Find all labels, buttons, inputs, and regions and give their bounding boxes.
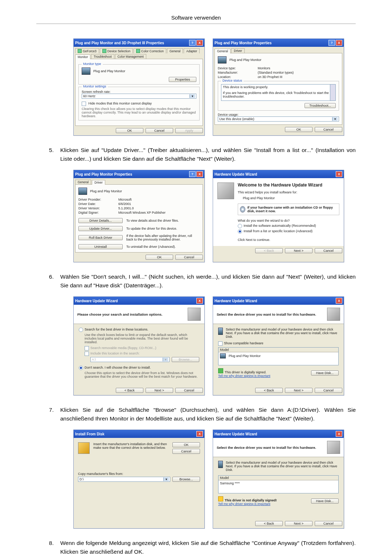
device-heading: Plug and Play Monitor bbox=[90, 189, 122, 193]
tab-general[interactable]: General bbox=[215, 49, 230, 53]
ok-button[interactable]: OK bbox=[285, 127, 313, 132]
title-text: Hardware Update Wizard bbox=[75, 299, 118, 303]
close-button[interactable]: X bbox=[196, 40, 203, 46]
apply-button[interactable]: Apply bbox=[175, 128, 203, 133]
welcome-device: Plug and Play Monitor bbox=[243, 196, 339, 200]
cd-hint: If your hardware came with an installati… bbox=[248, 206, 337, 213]
tab-color-correction[interactable]: Color Correction bbox=[134, 48, 166, 53]
model-item[interactable]: Plug and Play Monitor bbox=[229, 354, 261, 358]
back-button[interactable]: < Back bbox=[116, 388, 143, 393]
back-button[interactable]: < Back bbox=[255, 388, 283, 393]
opt-auto-radio[interactable] bbox=[238, 224, 242, 228]
tab-driver[interactable]: Driver bbox=[231, 48, 245, 53]
cancel-button[interactable]: Cancel bbox=[175, 255, 203, 260]
tab-troubleshoot[interactable]: Troubleshoot bbox=[91, 54, 114, 59]
ok-button[interactable]: OK bbox=[146, 255, 173, 260]
back-button[interactable]: < Back bbox=[255, 248, 283, 253]
ok-button[interactable]: OK bbox=[172, 442, 200, 447]
chevron-down-icon: ▾ bbox=[332, 117, 338, 121]
have-disk-button[interactable]: Have Disk... bbox=[311, 370, 339, 376]
cancel-button[interactable]: Cancel bbox=[175, 388, 203, 393]
next-button[interactable]: Next > bbox=[146, 388, 173, 393]
step-text: Klicken Sie auf die Schaltfläche "Browse… bbox=[60, 406, 356, 423]
close-button[interactable]: X bbox=[196, 431, 203, 437]
tab-general[interactable]: General bbox=[75, 180, 91, 184]
step-number: 7. bbox=[36, 406, 60, 423]
tab-driver[interactable]: Driver bbox=[92, 180, 105, 185]
driver-details-desc: To view details about the driver files. bbox=[126, 219, 179, 222]
scrollbar[interactable] bbox=[330, 85, 335, 100]
back-button[interactable]: < Back bbox=[255, 521, 283, 526]
why-signing-link[interactable]: Tell me why driver signing is important bbox=[218, 502, 311, 506]
help-button[interactable]: ? bbox=[189, 40, 196, 46]
show-compat-checkbox[interactable] bbox=[218, 341, 222, 346]
have-disk-button[interactable]: Have Disk... bbox=[311, 498, 339, 504]
next-button[interactable]: Next > bbox=[285, 521, 313, 526]
monitor-icon bbox=[218, 461, 223, 468]
cancel-button[interactable]: Cancel bbox=[315, 127, 342, 132]
path-value: A:\ bbox=[92, 358, 96, 361]
install-desc: Insert the manufacturer's installation d… bbox=[93, 442, 169, 454]
cancel-button[interactable]: Cancel bbox=[315, 388, 342, 393]
driver-details-button[interactable]: Driver Details... bbox=[78, 218, 123, 223]
uninstall-button[interactable]: Uninstall bbox=[78, 244, 123, 249]
welcome-title: Welcome to the Hardware Update Wizard bbox=[238, 182, 339, 188]
device-usage-select[interactable]: Use this device (enable) ▾ bbox=[218, 116, 339, 122]
model-item[interactable]: Samsung **** bbox=[219, 480, 338, 493]
chk-removable[interactable] bbox=[85, 346, 89, 350]
path-select[interactable]: A:\▾ bbox=[90, 357, 170, 362]
cd-icon bbox=[240, 206, 245, 213]
cancel-button[interactable]: Cancel bbox=[315, 521, 342, 526]
copy-from-value: D:\ bbox=[79, 477, 84, 481]
cancel-button[interactable]: Cancel bbox=[315, 248, 342, 253]
copy-from-select[interactable]: D:\▾ bbox=[78, 477, 170, 482]
close-button[interactable]: X bbox=[196, 298, 203, 304]
close-button[interactable]: X bbox=[196, 171, 203, 177]
cancel-button[interactable]: Cancel bbox=[146, 128, 173, 133]
close-button[interactable]: X bbox=[336, 40, 342, 46]
wizard-select-driver-model: Hardware Update WizardX Select the devic… bbox=[213, 430, 344, 529]
browse-button[interactable]: Browse... bbox=[172, 477, 200, 482]
monitor-properties-general-dialog: Plug and Play Monitor Properties ? X Gen… bbox=[213, 38, 344, 136]
refresh-rate-label: Screen refresh rate: bbox=[82, 90, 196, 94]
close-button[interactable]: X bbox=[336, 298, 342, 304]
tab-device-selection[interactable]: Device Selection bbox=[100, 48, 133, 53]
tab-geforce3[interactable]: GeForce3 bbox=[75, 48, 99, 53]
chk-include[interactable] bbox=[85, 352, 89, 356]
tab-monitor[interactable]: Monitor bbox=[75, 54, 90, 59]
update-driver-button[interactable]: Update Driver... bbox=[78, 226, 123, 231]
wizard-icon bbox=[188, 308, 201, 321]
tab-adapter[interactable]: Adapter bbox=[184, 48, 200, 53]
cancel-button[interactable]: Cancel bbox=[172, 449, 200, 454]
chevron-down-icon: ▾ bbox=[163, 477, 169, 481]
wizard-header: Please choose your search and installati… bbox=[77, 312, 185, 316]
step-text: Wählen Sie "Don't search, I will..." (Ni… bbox=[60, 272, 356, 290]
ok-button[interactable]: OK bbox=[116, 128, 143, 133]
tab-color-mgmt[interactable]: Color Management bbox=[115, 54, 146, 59]
next-button[interactable]: Next > bbox=[285, 248, 313, 253]
browse-button[interactable]: Browse... bbox=[172, 357, 199, 362]
step-number: 8. bbox=[36, 539, 60, 554]
title-text: Hardware Update Wizard bbox=[215, 299, 257, 303]
hide-modes-checkbox[interactable] bbox=[82, 102, 86, 106]
why-signing-link[interactable]: Tell me why driver signing is important bbox=[218, 374, 311, 378]
close-button[interactable]: X bbox=[336, 431, 342, 437]
opt-search-radio[interactable] bbox=[79, 328, 83, 332]
refresh-rate-select[interactable]: 60 Hertz ▾ bbox=[82, 94, 196, 99]
signed-text: This driver is digitally signed. bbox=[225, 370, 266, 374]
properties-button[interactable]: Properties bbox=[169, 77, 196, 82]
help-button[interactable]: ? bbox=[328, 40, 335, 46]
help-button[interactable]: ? bbox=[189, 171, 196, 177]
tab-general[interactable]: General bbox=[167, 48, 183, 53]
close-button[interactable]: X bbox=[336, 171, 342, 177]
troubleshoot-button[interactable]: Troubleshoot... bbox=[305, 103, 336, 108]
opt-list-radio[interactable] bbox=[238, 229, 242, 234]
titlebar: Plug and Play Monitor and 3D Prophet III… bbox=[74, 39, 204, 47]
hardware-update-wizard-welcome: Hardware Update WizardX Welcome to the H… bbox=[213, 170, 344, 262]
next-button[interactable]: Next > bbox=[285, 388, 313, 393]
opt-dont-radio[interactable] bbox=[79, 366, 83, 370]
model-column-header: Model bbox=[219, 348, 338, 352]
rollback-driver-button[interactable]: Roll Back Driver bbox=[78, 235, 123, 240]
step-6: 6. Wählen Sie "Don't search, I will..." … bbox=[36, 272, 356, 290]
opt-dont-desc: Choose this option to select the device … bbox=[85, 371, 199, 378]
